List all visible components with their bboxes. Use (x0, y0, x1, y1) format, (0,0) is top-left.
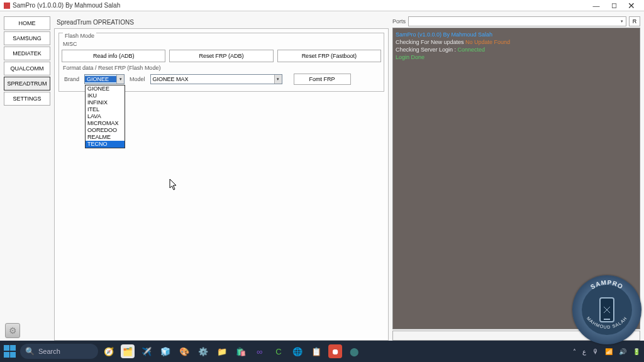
bottom-left-widget[interactable] (5, 323, 20, 338)
window-titlebar: SamPro (v1.0.0.0) By Mahmoud Salah — ◻ ✕ (0, 0, 644, 11)
minimize-button[interactable]: — (587, 1, 605, 10)
brand-dropdown-list[interactable]: GIONEE IKU INFINIX ITEL LAVA MICROMAX OO… (85, 85, 125, 148)
taskbar-icon[interactable]: 🌐 (291, 344, 304, 358)
search-placeholder: Search (38, 348, 60, 355)
brand-option-ooredoo[interactable]: OOREDOO (86, 127, 125, 134)
log-line-login-result: Connected (458, 47, 486, 53)
brand-combobox[interactable]: GIONEE ▾ GIONEE IKU INFINIX ITEL LAVA MI… (84, 74, 125, 84)
taskbar-icon[interactable]: 🎨 (177, 344, 191, 358)
brand-option-gionee[interactable]: GIONEE (86, 85, 125, 92)
misc-label: MISC (62, 40, 381, 50)
sidebar-item-settings[interactable]: SETTINGS (4, 92, 50, 106)
taskbar-icon[interactable]: ⚙️ (196, 344, 210, 358)
brand-option-infinix[interactable]: INFINIX (86, 99, 125, 106)
taskbar-icon[interactable]: 🗂️ (121, 344, 135, 358)
tray-language[interactable]: ع (582, 348, 586, 355)
brand-option-micromax[interactable]: MICROMAX (86, 120, 125, 127)
brand-selected-value: GIONEE (85, 76, 116, 82)
page-title: SpreadTrum OPREATIONS (54, 16, 389, 28)
taskbar-search[interactable]: 🔍 Search (20, 344, 98, 359)
window-title: SamPro (v1.0.0.0) By Mahmoud Salah (13, 2, 120, 9)
chevron-down-icon: ▾ (274, 75, 282, 84)
tray-network-icon[interactable]: 📶 (605, 348, 613, 355)
brand-option-tecno[interactable]: TECNO (86, 141, 125, 148)
model-combobox[interactable]: GIONEE MAX ▾ (150, 74, 282, 84)
cursor-icon (169, 178, 179, 194)
taskbar-icon[interactable]: ✈️ (140, 344, 153, 358)
brand-label: Brand (64, 76, 79, 82)
chevron-down-icon: ▾ (618, 19, 626, 24)
tray-volume-icon[interactable]: 🔊 (619, 348, 626, 355)
model-label: Model (130, 76, 145, 82)
search-icon: 🔍 (25, 347, 35, 356)
brand-option-lava[interactable]: LAVA (86, 113, 125, 120)
log-line-app: SamPro (v1.0.0.0) By Mahmoud Salah (396, 31, 637, 38)
log-line-update-prefix: Checking For New updates (396, 39, 465, 45)
tray-battery-icon[interactable]: 🔋 (633, 348, 640, 355)
sidebar-item-home[interactable]: HOME (4, 16, 50, 30)
start-button[interactable] (4, 345, 16, 358)
app-icon (4, 3, 10, 9)
format-frp-button[interactable]: Fomt FRP (294, 74, 351, 85)
taskbar-icon[interactable]: ⏺ (328, 344, 342, 358)
taskbar-icon[interactable]: 📁 (215, 344, 229, 358)
log-line-update-result: No Update Found (465, 39, 510, 45)
maximize-button[interactable]: ◻ (605, 1, 623, 10)
taskbar: 🔍 Search 🧭 🗂️ ✈️ 🧊 🎨 ⚙️ 📁 🛍️ ∞ C 🌐 📋 ⏺ ⬤… (0, 341, 644, 362)
tray-mic-icon[interactable]: 🎙 (592, 348, 599, 355)
ports-label: Ports (392, 18, 406, 25)
sidebar: HOME SAMSUNG MEDIATEK QUALCOMM SPREADTRU… (4, 16, 50, 341)
brand-option-realme[interactable]: REALME (86, 134, 125, 141)
ports-refresh-button[interactable]: R (629, 16, 640, 26)
log-line-login-done: Login Done (396, 53, 637, 61)
chevron-down-icon: ▾ (116, 75, 124, 84)
brand-option-iku[interactable]: IKU (86, 92, 125, 99)
close-button[interactable]: ✕ (623, 1, 640, 10)
sidebar-item-samsung[interactable]: SAMSUNG (4, 31, 50, 45)
flash-mode-group-title: Flash Mode (63, 33, 96, 39)
ports-combobox[interactable]: ▾ (408, 16, 626, 26)
tray-chevron-icon[interactable]: ˄ (573, 348, 576, 355)
taskbar-icon[interactable]: 📋 (309, 344, 323, 358)
read-info-adb-button[interactable]: Read info (ADB) (62, 50, 165, 62)
reset-frp-adb-button[interactable]: Reset FRP (ADB) (169, 50, 273, 62)
taskbar-icon[interactable]: ⬤ (347, 344, 361, 358)
taskbar-icon[interactable]: 🧊 (158, 344, 172, 358)
taskbar-icon[interactable]: ∞ (253, 344, 267, 358)
reset-frp-fastboot-button[interactable]: Reset FRP (Fastboot) (277, 50, 381, 62)
model-selected-value: GIONEE MAX (151, 76, 274, 82)
brand-option-itel[interactable]: ITEL (86, 106, 125, 113)
sidebar-item-mediatek[interactable]: MEDIATEK (4, 47, 50, 60)
sidebar-item-spreadtrum[interactable]: SPREADTRUM (4, 77, 50, 90)
taskbar-icon[interactable]: 🧭 (102, 344, 116, 358)
log-line-login-prefix: Checking Server Login : (396, 47, 458, 53)
taskbar-icon[interactable]: 🛍️ (234, 344, 248, 358)
brand-badge: SAMPRO MAHMOUD SALAH (572, 275, 641, 344)
taskbar-icon[interactable]: C (272, 344, 286, 358)
format-section-label: Format data / Reset FRP (Flash Mode) (63, 65, 381, 71)
taskbar-pinned: 🧭 🗂️ ✈️ 🧊 🎨 ⚙️ 📁 🛍️ ∞ C 🌐 📋 ⏺ ⬤ (102, 344, 361, 358)
sidebar-item-qualcomm[interactable]: QUALCOMM (4, 62, 50, 75)
